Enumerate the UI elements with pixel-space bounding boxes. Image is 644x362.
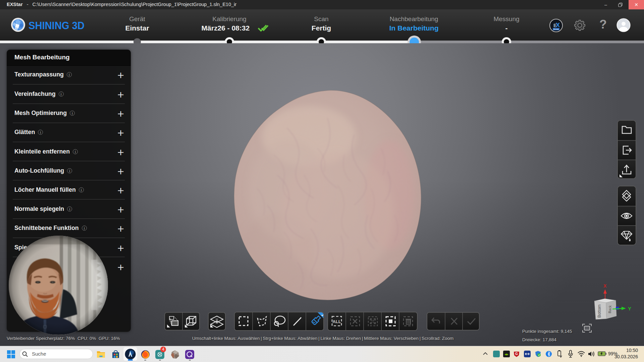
svg-text:G: G xyxy=(515,352,518,356)
svg-text:ALL: ALL xyxy=(332,319,341,324)
svg-text:X: X xyxy=(603,283,607,289)
svg-text:Y: Y xyxy=(628,306,631,311)
svg-text:X: X xyxy=(556,22,560,28)
svg-text:Model: Model xyxy=(553,28,559,30)
svg-text:Bottom: Bottom xyxy=(597,304,602,318)
svg-text:Back: Back xyxy=(607,305,612,313)
